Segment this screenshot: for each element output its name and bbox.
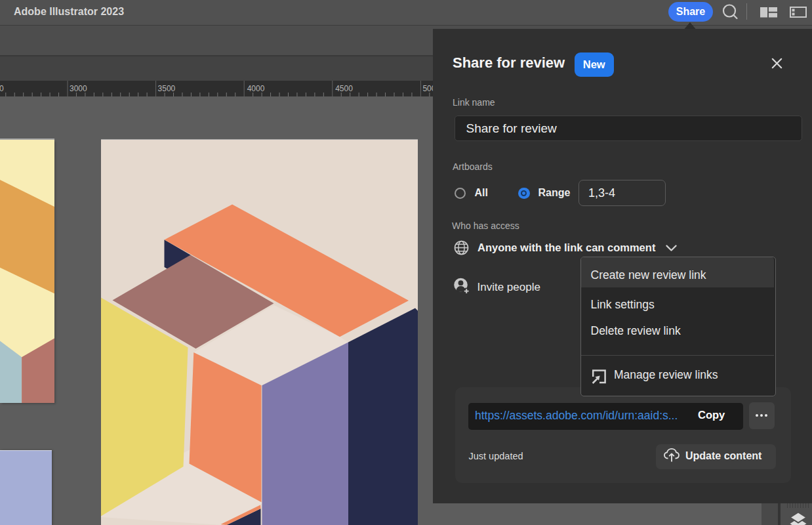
svg-text:4500: 4500: [335, 84, 353, 93]
svg-text:2500: 2500: [0, 84, 4, 93]
svg-text:4000: 4000: [247, 84, 265, 93]
svg-text:3500: 3500: [158, 84, 176, 93]
svg-text:3000: 3000: [70, 84, 87, 93]
